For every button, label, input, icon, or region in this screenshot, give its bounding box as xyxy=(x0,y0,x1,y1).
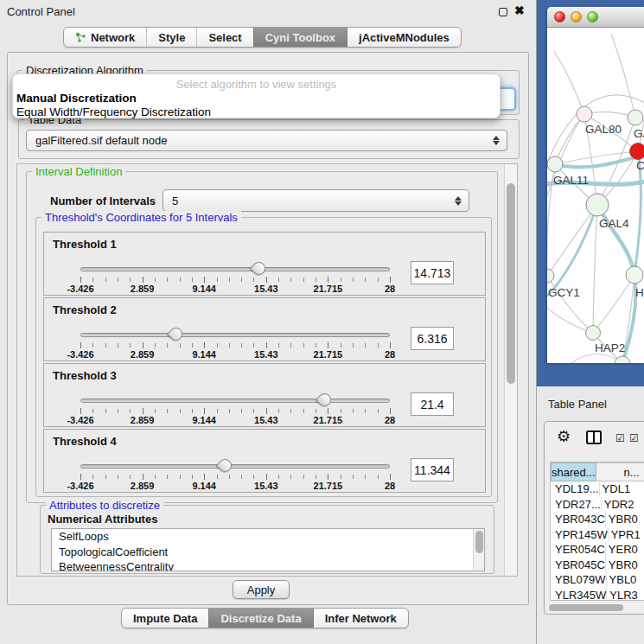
threshold-2-value-field[interactable] xyxy=(411,327,454,350)
threshold-3-slider[interactable]: -3.426 2.859 9.144 15.43 21.715 28 xyxy=(80,390,390,426)
threshold-1-value-field[interactable] xyxy=(411,261,454,284)
threshold-1-slider-thumb[interactable] xyxy=(249,259,267,277)
tab-infer-network[interactable]: Infer Network xyxy=(313,609,408,628)
number-of-intervals-value: 5 xyxy=(172,194,178,207)
tab-network-label: Network xyxy=(91,31,135,44)
network-node-gal4[interactable] xyxy=(586,194,609,216)
network-node-h[interactable] xyxy=(626,266,643,284)
table-header-row: shared... n... xyxy=(551,462,644,481)
list-item-betweennesscentrality[interactable]: BetweennessCentrality xyxy=(52,559,484,571)
cell-name[interactable]: YLR3 xyxy=(606,588,644,602)
checkbox-icon[interactable]: ☑ xyxy=(629,432,639,444)
cell-shared-name[interactable]: YLR345W xyxy=(551,588,606,602)
number-of-intervals-combobox[interactable]: 5 xyxy=(163,189,469,212)
table-data-combobox-value: galFiltered.sif default node xyxy=(35,134,167,147)
tick-label: 21.715 xyxy=(314,415,343,425)
table-row[interactable]: YER054CYER0 xyxy=(551,542,644,558)
apply-button[interactable]: Apply xyxy=(233,580,290,599)
cell-shared-name[interactable]: YDR27... xyxy=(551,497,601,513)
minimize-traffic-light-icon[interactable] xyxy=(571,11,582,22)
cell-name[interactable]: YER0 xyxy=(605,542,644,558)
cell-shared-name[interactable]: YBR043C xyxy=(551,512,605,527)
cell-shared-name[interactable]: YBR045C xyxy=(551,558,605,573)
node-label-gal80: GAL80 xyxy=(585,123,622,136)
cell-name[interactable]: YDR2 xyxy=(601,497,644,513)
cell-name[interactable]: YPR1 xyxy=(608,527,644,543)
attributes-list-scrollbar[interactable] xyxy=(473,529,484,571)
table-row[interactable]: YLR345WYLR3 xyxy=(551,588,644,602)
column-header-shared-name[interactable]: shared... xyxy=(551,462,596,481)
list-item-selfloops[interactable]: SelfLoops xyxy=(52,529,484,545)
table-data-combobox[interactable]: galFiltered.sif default node xyxy=(26,130,507,151)
tab-impute-data[interactable]: Impute Data xyxy=(122,609,208,628)
list-item-topologicalcoefficient[interactable]: TopologicalCoefficient xyxy=(52,545,484,560)
checkbox-icon[interactable]: ☑ xyxy=(615,432,625,444)
network-node-hap2[interactable] xyxy=(586,326,601,341)
split-columns-icon[interactable] xyxy=(586,430,602,444)
scrollbar-thumb[interactable] xyxy=(507,183,515,384)
table-row[interactable]: YDR27...YDR2 xyxy=(551,497,644,513)
tab-style-label: Style xyxy=(158,31,185,44)
cell-name[interactable]: YDL1 xyxy=(599,481,644,497)
tab-style[interactable]: Style xyxy=(146,28,196,47)
slider-major-tick xyxy=(143,408,143,414)
close-traffic-light-icon[interactable] xyxy=(554,11,565,22)
slider-track[interactable] xyxy=(80,333,390,337)
table-row[interactable]: YBL079WYBL0 xyxy=(551,572,644,588)
threshold-3-value-field[interactable] xyxy=(411,392,454,416)
network-node-gal80[interactable] xyxy=(577,106,592,122)
slider-track[interactable] xyxy=(80,399,390,403)
table-horizontal-scrollbar[interactable] xyxy=(548,603,643,612)
cell-name[interactable]: YBL0 xyxy=(606,572,644,588)
cell-shared-name[interactable]: YDL19... xyxy=(551,481,599,497)
cell-name[interactable]: YBR0 xyxy=(605,558,644,573)
network-node-red-selected[interactable] xyxy=(630,143,644,160)
scrollbar-thumb[interactable] xyxy=(475,531,483,553)
column-header-name[interactable]: n... xyxy=(596,462,644,481)
slider-track[interactable] xyxy=(80,267,390,271)
cell-shared-name[interactable]: YBL079W xyxy=(551,572,606,588)
tab-network[interactable]: Network xyxy=(64,28,146,47)
cell-shared-name[interactable]: YPR145W xyxy=(551,527,608,543)
network-canvas[interactable]: GAL80 GA C GAL11 GAL4 GCY1 H HAP2 xyxy=(547,29,644,363)
threshold-2-slider[interactable]: -3.426 2.859 9.144 15.43 21.715 28 xyxy=(80,324,390,360)
scrollbar-thumb[interactable] xyxy=(549,604,623,611)
tick-label: 21.715 xyxy=(314,284,343,294)
network-node-gal11[interactable] xyxy=(547,156,563,172)
settings-scrollbar[interactable] xyxy=(504,164,517,576)
threshold-4-value-field[interactable] xyxy=(411,458,454,481)
thresholds-group: Threshold's Coordinates for 5 Intervals … xyxy=(35,217,492,497)
network-node-bottom[interactable] xyxy=(615,356,630,363)
algorithm-option-manual-discretization[interactable]: Manual Discretization xyxy=(16,92,137,105)
threshold-3-slider-thumb[interactable] xyxy=(316,391,334,409)
tab-cyni-toolbox[interactable]: Cyni Toolbox xyxy=(253,28,347,47)
cell-shared-name[interactable]: YER054C xyxy=(551,542,605,558)
network-node-gcy1[interactable] xyxy=(547,269,554,283)
zoom-traffic-light-icon[interactable] xyxy=(587,11,598,22)
float-window-icon[interactable] xyxy=(499,8,507,16)
table-panel-title: Table Panel xyxy=(548,398,607,411)
tab-jactivemnodules[interactable]: jActiveMNodules xyxy=(347,28,461,47)
network-window-titlebar[interactable] xyxy=(547,7,644,28)
table-row[interactable]: YPR145WYPR1 xyxy=(551,527,644,543)
gear-icon[interactable]: ⚙ xyxy=(557,427,571,446)
slider-track[interactable] xyxy=(80,464,390,469)
table-row[interactable]: YBR043CYBR0 xyxy=(551,512,644,527)
tick-label: 9.144 xyxy=(192,349,216,360)
slider-major-tick xyxy=(143,277,143,283)
tab-select[interactable]: Select xyxy=(196,28,252,47)
threshold-4-slider-thumb[interactable] xyxy=(216,456,234,475)
combobox-stepper-icon xyxy=(493,131,500,150)
threshold-3-panel: Threshold 3 -3.4 xyxy=(43,363,486,427)
cell-name[interactable]: YBR0 xyxy=(605,512,644,527)
threshold-2-slider-thumb[interactable] xyxy=(167,325,185,343)
close-icon[interactable]: ✖ xyxy=(514,3,525,17)
table-row[interactable]: YBR045CYBR0 xyxy=(551,558,644,573)
tab-discretize-data[interactable]: Discretize Data xyxy=(208,609,312,628)
threshold-4-slider[interactable]: -3.426 2.859 9.144 15.43 21.715 28 xyxy=(80,456,390,492)
threshold-1-slider[interactable]: -3.426 2.859 9.144 15.43 21.715 28 xyxy=(80,258,390,295)
table-row[interactable]: YDL19...YDL1 xyxy=(551,481,644,497)
algorithm-option-equal-width-frequency[interactable]: Equal Width/Frequency Discretization xyxy=(16,105,211,118)
network-node-top-right[interactable] xyxy=(628,110,643,125)
tick-label: 9.144 xyxy=(192,284,216,294)
